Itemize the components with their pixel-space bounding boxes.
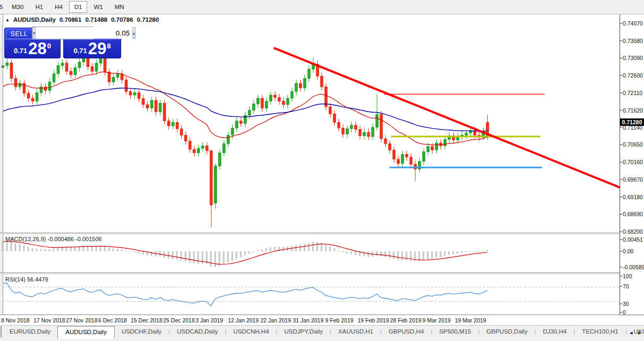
mt4-window: 5M30H1H4D1W1MN ▲ AUDUSD,Daily 0.70861 0.… [0, 0, 644, 341]
candle-body [155, 100, 157, 112]
candle-body [70, 71, 72, 75]
tab-eurusd-daily[interactable]: EURUSD,Daily [3, 326, 57, 337]
ohlc-low: 0.70786 [111, 16, 133, 23]
macd-bar [308, 243, 310, 251]
timeframe-button-mn[interactable]: MN [109, 1, 130, 13]
candle-body [6, 63, 9, 65]
date-label: 9 Mar 2019 [422, 317, 451, 323]
candle-body [240, 121, 242, 124]
candle-body [44, 87, 47, 91]
tab-gbpusd-daily[interactable]: GBPUSD,Daily [480, 326, 535, 337]
candle-body [27, 93, 30, 98]
candle-body [36, 92, 38, 101]
tab-usdcnh-h4[interactable]: USDCNH,H4 [226, 326, 276, 337]
chart-tab-bar: EURUSD,DailyAUDUSD,DailyUSDCHF,Daily|USD… [0, 325, 644, 341]
tab-xauusd-h1[interactable]: XAUUSD,H1 [332, 326, 380, 337]
timeframe-button-h4[interactable]: H4 [49, 1, 68, 13]
macd-bar [70, 247, 72, 251]
tab-scroll-right-button[interactable]: ▸ [638, 329, 641, 336]
macd-tick-0.004517: 0.004517 [623, 236, 644, 243]
timeframe-button-d1[interactable]: D1 [69, 1, 88, 13]
candle-body [112, 78, 115, 82]
candle-body [431, 147, 434, 150]
date-label: 17 Nov 2018 [33, 317, 65, 323]
macd-splitter[interactable] [0, 233, 620, 234]
price-axis: 0.740700.735800.730900.726000.721100.716… [620, 14, 644, 325]
volume-input[interactable] [36, 27, 132, 39]
bid-price-small: 0.71 [14, 46, 27, 56]
macd-bar [151, 251, 152, 255]
macd-bar [11, 242, 12, 251]
macd-bar [478, 251, 480, 252]
candle-body [53, 74, 55, 82]
ma-fast-line [3, 72, 487, 145]
tab-tech100-h1[interactable]: TECH100,H1 [575, 326, 625, 337]
tab-audusd-daily[interactable]: AUDUSD,Daily [57, 326, 114, 339]
tab-scroll-left-button[interactable]: ◂ [630, 329, 633, 336]
macd-bar [270, 248, 272, 251]
tab-dj30-h4[interactable]: DJ30,H4 [536, 326, 574, 337]
candle-body [74, 68, 77, 75]
ask-price-sup: 8 [107, 44, 111, 49]
macd-bar [168, 251, 170, 259]
candle-body [439, 143, 442, 146]
macd-bar [130, 251, 131, 252]
candle-body [354, 125, 357, 130]
candle-body [388, 143, 391, 150]
candle-body [227, 135, 230, 143]
macd-bar [125, 251, 127, 251]
candle-body [265, 101, 268, 108]
ask-price-big: 29 [88, 41, 106, 56]
price-tick-0.68200: 0.68200 [623, 228, 643, 235]
volume-increase-button[interactable]: ▴ [132, 27, 135, 39]
macd-bar [376, 251, 378, 256]
macd-bar [414, 251, 416, 261]
macd-bar [385, 251, 386, 257]
candle-body [159, 103, 162, 112]
expand-icon[interactable]: ▲ [5, 18, 10, 22]
macd-bar [406, 251, 408, 261]
candle-body [320, 76, 323, 87]
candle-body [261, 98, 264, 108]
tab-sp500-m15[interactable]: SP500,M15 [433, 326, 478, 337]
macd-bar [96, 246, 97, 251]
tab-usdcad-daily[interactable]: USDCAD,Daily [170, 326, 225, 337]
candle-body [218, 153, 221, 166]
one-click-trading-panel: SELL 0.71 28 0 BUY 0.71 29 8 ▾ ▴ [4, 27, 121, 59]
candle-body [329, 107, 332, 114]
descending-trendline[interactable] [274, 48, 620, 187]
tab-usdjpy-daily[interactable]: USDJPY,Daily [277, 326, 330, 337]
macd-bar [317, 242, 318, 251]
macd-bar [91, 246, 93, 251]
candle-body [235, 121, 238, 128]
tab-usdchf-daily[interactable]: USDCHF,Daily [115, 326, 168, 337]
tab-gbpusd-h4[interactable]: GBPUSD,H4 [382, 326, 430, 337]
macd-bar [117, 249, 118, 251]
timeframe-button-5[interactable]: 5 [0, 1, 5, 13]
timeframe-button-m30[interactable]: M30 [6, 1, 29, 13]
macd-bar [227, 251, 229, 263]
ohlc-close: 0.71280 [137, 16, 159, 23]
price-tick-0.70160: 0.70160 [623, 159, 643, 165]
timeframe-button-w1[interactable]: W1 [88, 1, 108, 13]
sell-button[interactable]: SELL [6, 29, 32, 39]
timeframe-button-h1[interactable]: H1 [30, 1, 48, 13]
candle-body [371, 127, 374, 137]
macd-bar [427, 251, 429, 260]
rsi-splitter[interactable] [0, 272, 620, 274]
macd-bar [368, 251, 369, 257]
rsi-line [3, 283, 487, 306]
candle-body [180, 129, 183, 135]
candle-body [393, 150, 395, 159]
candle-body [223, 143, 225, 152]
candle-body [163, 103, 166, 121]
candle-body [133, 92, 136, 95]
candle-body [295, 83, 298, 91]
macd-bar [181, 251, 182, 261]
candle-body [401, 154, 404, 163]
candle-body [269, 95, 272, 101]
candle-body [167, 121, 170, 126]
chart-header: ▲ AUDUSD,Daily 0.70861 0.71488 0.70786 0… [5, 16, 159, 23]
candle-body [299, 83, 302, 88]
candle-body [129, 91, 132, 95]
